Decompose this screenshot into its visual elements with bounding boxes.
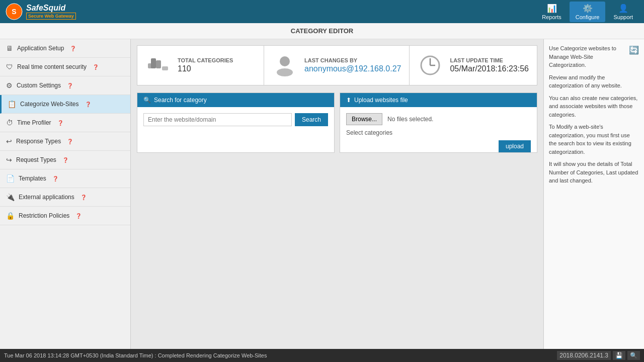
- stat-info-last-changes: LAST CHANGES BY anonymous@192.168.0.27: [304, 57, 401, 73]
- info-text-2: You can also create new categories, and …: [549, 94, 639, 119]
- logo-text: SafeSquid Secure Web Gateway: [26, 4, 76, 20]
- refresh-icon[interactable]: 🔄: [629, 44, 639, 56]
- support-icon: 👤: [618, 4, 628, 13]
- logo-area: S SafeSquid Secure Web Gateway: [5, 2, 86, 21]
- stat-info-total-categories: TOTAL CATEGORIES 110: [178, 57, 233, 73]
- stats-row: TOTAL CATEGORIES 110 LAST CHANGES BY ano…: [137, 45, 537, 85]
- logo-title: SafeSquid: [26, 4, 76, 13]
- templates-icon: 📄: [6, 174, 15, 183]
- upload-panel-header: ⬆ Upload websites file: [340, 93, 537, 107]
- search-button[interactable]: Search: [295, 113, 328, 126]
- header: S SafeSquid Secure Web Gateway 📊 Reports…: [0, 0, 644, 23]
- sidebar-label-real-time: Real time content security: [17, 63, 87, 70]
- sidebar-label-templates: Templates: [19, 175, 46, 182]
- sidebar-item-request-types[interactable]: ↪ Request Types ❓: [0, 151, 130, 169]
- status-bar-right: 2018.0206.2141.3 💾 🔍: [557, 351, 640, 360]
- last-update-icon: [418, 53, 443, 78]
- restriction-icon: 🔒: [6, 212, 15, 220]
- nav-configure[interactable]: ⚙️ Configure: [570, 2, 606, 22]
- sidebar-label-external-apps: External applications: [19, 194, 74, 201]
- svg-rect-3: [156, 60, 161, 68]
- help-icon-7: ❓: [52, 176, 58, 182]
- info-text-4: It will show you the details of Total Nu…: [549, 160, 639, 185]
- info-text-1: Review and modify the categorization of …: [549, 73, 639, 90]
- panels-row: 🔍 Search for category Search ⬆ Upload we…: [137, 93, 537, 153]
- info-text-3: To Modify a web-site's categorization, y…: [549, 123, 639, 156]
- select-categories-label: Select categories: [346, 129, 531, 136]
- search-input[interactable]: [143, 113, 292, 126]
- logo-icon: S: [5, 3, 23, 21]
- upload-button[interactable]: upload: [499, 140, 531, 152]
- svg-text:S: S: [12, 8, 16, 16]
- status-bar: Tue Mar 06 2018 13:14:28 GMT+0530 (India…: [0, 349, 644, 362]
- sidebar-item-custom-settings[interactable]: ⚙ Custom Settings ❓: [0, 76, 130, 95]
- sidebar-label-response-types: Response Types: [16, 138, 61, 145]
- search-panel-body: Search: [137, 107, 334, 136]
- sidebar-item-external-applications[interactable]: 🔌 External applications ❓: [0, 188, 130, 207]
- total-categories-value: 110: [178, 64, 233, 73]
- nav-reports[interactable]: 📊 Reports: [536, 2, 568, 22]
- search-status-icon[interactable]: 🔍: [627, 351, 640, 360]
- last-changes-icon: [272, 53, 297, 78]
- sidebar-item-application-setup[interactable]: 🖥 Application Setup ❓: [0, 39, 130, 58]
- svg-rect-4: [162, 66, 168, 70]
- last-changes-value: anonymous@192.168.0.27: [304, 64, 401, 73]
- status-text: Tue Mar 06 2018 13:14:28 GMT+0530 (India…: [4, 352, 267, 358]
- reports-icon: 📊: [547, 4, 557, 13]
- logo: S SafeSquid Secure Web Gateway: [5, 2, 86, 21]
- response-types-icon: ↩: [6, 137, 12, 145]
- time-profiler-icon: ⏱: [6, 119, 13, 127]
- save-icon[interactable]: 💾: [613, 351, 625, 360]
- upload-panel-body: Browse... No files selected. Select cate…: [340, 107, 537, 146]
- search-panel-title: Search for category: [154, 97, 207, 104]
- logo-subtitle: Secure Web Gateway: [26, 13, 76, 20]
- no-file-label: No files selected.: [387, 116, 433, 123]
- help-icon-3: ❓: [85, 102, 91, 107]
- sidebar-item-time-profiler[interactable]: ⏱ Time Profiler ❓: [0, 114, 130, 132]
- stat-info-last-update: LAST UPDATE TIME 05/Mar/2018:16:23:56: [450, 57, 529, 73]
- upload-panel: ⬆ Upload websites file Browse... No file…: [340, 93, 537, 153]
- help-icon-4: ❓: [57, 120, 63, 126]
- svg-rect-5: [151, 58, 156, 68]
- sidebar-label-restriction-policies: Restriction Policies: [19, 212, 69, 219]
- upload-icon: ⬆: [346, 97, 351, 104]
- help-icon-0: ❓: [70, 46, 76, 51]
- sidebar-label-time-profiler: Time Profiler: [17, 119, 51, 126]
- last-update-label: LAST UPDATE TIME: [450, 57, 529, 63]
- help-icon-6: ❓: [62, 157, 68, 163]
- sidebar: 🖥 Application Setup ❓ 🛡 Real time conten…: [0, 39, 131, 350]
- page-title-bar: CATEGORY EDITOR: [0, 23, 644, 39]
- last-update-value: 05/Mar/2018:16:23:56: [450, 64, 529, 73]
- nav-right: 📊 Reports ⚙️ Configure 👤 Support: [536, 2, 639, 22]
- sidebar-item-categorize-web-sites[interactable]: 📋 Categorize Web-Sites ❓: [0, 95, 130, 114]
- search-panel-header: 🔍 Search for category: [137, 93, 334, 107]
- search-icon: 🔍: [143, 97, 151, 104]
- version-badge: 2018.0206.2141.3: [557, 351, 611, 360]
- sidebar-item-restriction-policies[interactable]: 🔒 Restriction Policies ❓: [0, 207, 130, 225]
- info-text-0: Use Categorize websites to Manage Web-Si…: [549, 44, 639, 69]
- upload-row: Browse... No files selected.: [346, 113, 531, 125]
- sidebar-item-response-types[interactable]: ↩ Response Types ❓: [0, 132, 130, 151]
- external-apps-icon: 🔌: [6, 193, 15, 201]
- total-categories-label: TOTAL CATEGORIES: [178, 57, 233, 63]
- nav-reports-label: Reports: [542, 14, 561, 20]
- svg-point-6: [280, 56, 290, 66]
- sidebar-item-templates[interactable]: 📄 Templates ❓: [0, 169, 130, 188]
- stat-last-update-time: LAST UPDATE TIME 05/Mar/2018:16:23:56: [410, 46, 537, 85]
- categorize-icon: 📋: [8, 100, 16, 108]
- sidebar-label-custom-settings: Custom Settings: [17, 82, 61, 89]
- request-types-icon: ↪: [6, 156, 12, 164]
- application-setup-icon: 🖥: [6, 44, 13, 52]
- sidebar-item-real-time-content-security[interactable]: 🛡 Real time content security ❓: [0, 58, 130, 76]
- sidebar-label-categorize: Categorize Web-Sites: [20, 101, 79, 108]
- upload-panel-title: Upload websites file: [354, 97, 408, 104]
- help-icon-2: ❓: [67, 83, 73, 88]
- sidebar-label-request-types: Request Types: [16, 156, 56, 163]
- page-title: CATEGORY EDITOR: [291, 27, 353, 35]
- svg-point-7: [277, 68, 293, 76]
- browse-button[interactable]: Browse...: [346, 113, 382, 125]
- help-icon-5: ❓: [67, 139, 73, 144]
- nav-support-label: Support: [613, 14, 633, 20]
- nav-support[interactable]: 👤 Support: [607, 2, 639, 22]
- help-icon-8: ❓: [80, 195, 87, 200]
